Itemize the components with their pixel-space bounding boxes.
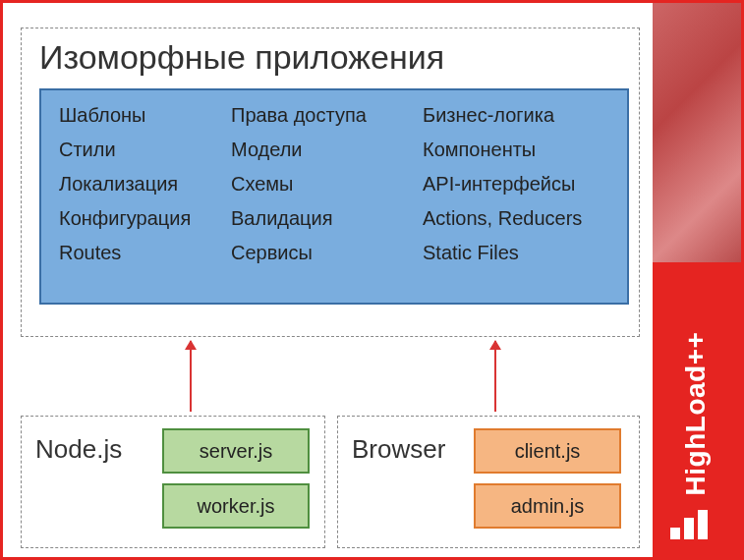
- file-admin-js: admin.js: [474, 483, 621, 529]
- nodejs-title: Node.js: [35, 434, 148, 465]
- brand-logo-text: HighLoad++: [681, 332, 713, 496]
- shared-item: API-интерфейсы: [423, 173, 609, 196]
- shared-item: Валидация: [231, 207, 423, 230]
- browser-files: client.js admin.js: [474, 428, 621, 529]
- file-server-js: server.js: [162, 428, 310, 474]
- browser-container: Browser client.js admin.js: [337, 416, 640, 548]
- shared-code-panel: Шаблоны Права доступа Бизнес-логика Стил…: [39, 88, 629, 305]
- browser-title: Browser: [352, 434, 460, 465]
- shared-item: Routes: [59, 242, 231, 264]
- shared-item: Конфигурация: [59, 207, 231, 230]
- shared-item: Компоненты: [423, 139, 609, 161]
- content-area: Изоморфные приложения Шаблоны Права дост…: [13, 13, 647, 550]
- shared-grid: Шаблоны Права доступа Бизнес-логика Стил…: [59, 104, 609, 264]
- shared-item: Локализация: [59, 173, 231, 196]
- shared-item: Права доступа: [231, 104, 423, 127]
- arrow-node-to-iso: [190, 341, 192, 412]
- shared-item: Шаблоны: [59, 104, 231, 127]
- brand-bars-icon: [670, 510, 719, 539]
- nodejs-files: server.js worker.js: [162, 428, 310, 529]
- shared-item: Static Files: [423, 242, 609, 264]
- shared-item: Бизнес-логика: [423, 104, 609, 127]
- file-worker-js: worker.js: [162, 483, 310, 529]
- arrow-browser-to-iso: [494, 341, 496, 412]
- isomorphic-container: Изоморфные приложения Шаблоны Права дост…: [21, 28, 640, 337]
- isomorphic-title: Изоморфные приложения: [39, 38, 621, 77]
- shared-item: Схемы: [231, 173, 423, 196]
- slide-frame: HighLoad++ Изоморфные приложения Шаблоны…: [0, 0, 744, 560]
- shared-item: Actions, Reducers: [423, 207, 609, 230]
- shared-item: Стили: [59, 139, 231, 161]
- nodejs-container: Node.js server.js worker.js: [21, 416, 325, 548]
- shared-item: Сервисы: [231, 242, 423, 264]
- sidebar-brand-panel: HighLoad++: [653, 262, 741, 557]
- file-client-js: client.js: [474, 428, 621, 474]
- shared-item: Модели: [231, 139, 423, 161]
